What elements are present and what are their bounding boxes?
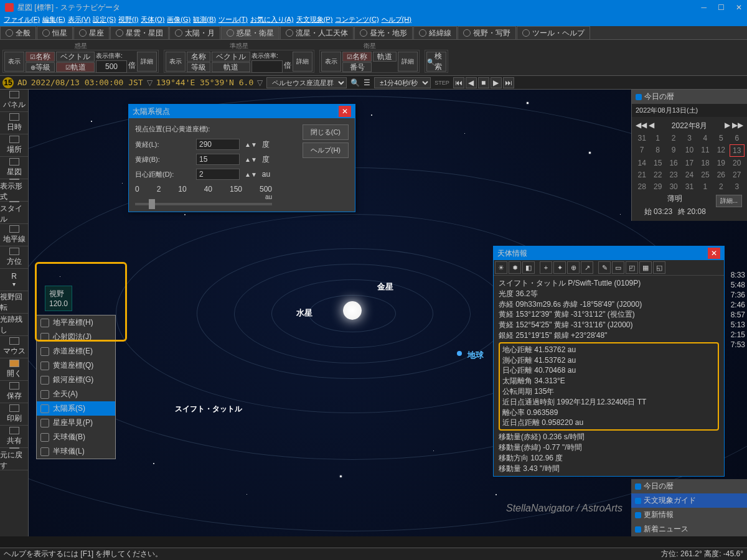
cal-day[interactable]: 23 [666, 169, 681, 180]
menu-contents[interactable]: コンテンツ(C) [335, 15, 378, 26]
cal-day[interactable]: 19 [713, 157, 728, 169]
menu-fov[interactable]: 視野(I) [118, 15, 138, 26]
close-button[interactable]: ✕ [736, 3, 742, 12]
info-tool-9[interactable]: ▭ [612, 261, 624, 274]
maximize-button[interactable]: ☐ [718, 3, 725, 12]
cal-day[interactable]: 1 [698, 181, 713, 192]
menu-hemisphere[interactable]: 半球儀(L) [37, 444, 115, 459]
cal-detail-button[interactable]: 詳細... [716, 195, 742, 207]
list-icon[interactable]: ☰ [364, 78, 370, 87]
sidebar-direction[interactable]: 方位 [0, 246, 28, 269]
menu-image[interactable]: 画像(G) [167, 15, 190, 26]
calendar-grid[interactable]: 3112345678910111213141516171819202122232… [634, 133, 745, 192]
cal-day[interactable]: 5 [713, 133, 728, 144]
info-tool-12[interactable]: ◱ [653, 261, 665, 274]
event-dropdown[interactable]: ペルセウス座流星群 [266, 77, 347, 88]
dwarf-vector-button[interactable]: ベクトル [212, 52, 250, 62]
cal-day[interactable]: 15 [650, 157, 665, 169]
tab-star[interactable]: 恒星 [37, 26, 73, 39]
panel-phenomena[interactable]: 天文現象ガイド [631, 493, 747, 508]
time-next[interactable]: ▶ [491, 77, 502, 88]
time-stop[interactable]: ■ [478, 77, 489, 88]
dwarf-mag-button[interactable]: 等級 [187, 62, 210, 72]
cal-day[interactable]: 29 [650, 181, 665, 192]
viewpoint-help-button[interactable]: ヘルプ(H) [303, 142, 349, 158]
info-close[interactable]: ✕ [708, 248, 720, 259]
menu-galactic[interactable]: 銀河座標(G) [37, 373, 115, 387]
menu-settings[interactable]: 設定(S) [93, 15, 116, 26]
cal-prev[interactable]: ◀◀ ◀ [636, 121, 654, 131]
sat-name-button[interactable]: ☑名称 [342, 52, 372, 62]
time-last[interactable]: ⏭ [503, 77, 514, 88]
info-tool-2[interactable]: ✹ [509, 261, 521, 274]
cal-day[interactable]: 26 [713, 169, 728, 180]
menu-favorite[interactable]: お気に入り(A) [250, 15, 294, 26]
sidebar-save[interactable]: 保存 [0, 381, 28, 403]
cal-day[interactable]: 11 [698, 144, 713, 157]
menu-gnomonic[interactable]: 心射図法(J) [37, 330, 115, 344]
cal-day[interactable]: 31 [634, 133, 649, 144]
info-tool-5[interactable]: ✦ [553, 261, 566, 274]
sidebar-rotation[interactable]: 視野回転 [0, 291, 28, 314]
cal-day[interactable]: 3 [682, 133, 697, 144]
dwarf-display-button[interactable]: 表示 [166, 52, 186, 72]
tab-fov[interactable]: 視野・写野 [458, 26, 516, 39]
speed-dropdown[interactable]: ±1分40秒/秒 [374, 77, 431, 88]
time-datetime[interactable]: 2022/08/13 03:00:00 JST [31, 78, 143, 87]
sidebar-mouse[interactable]: マウス [0, 336, 28, 358]
menu-equatorial[interactable]: 赤道座標(E) [37, 344, 115, 358]
cal-day[interactable]: 21 [634, 169, 649, 180]
dist-slider[interactable] [135, 203, 272, 205]
cal-day[interactable]: 31 [682, 181, 697, 192]
planet-orbit-button[interactable]: ☑軌道 [56, 62, 95, 72]
dist-input[interactable] [196, 169, 240, 180]
cal-next[interactable]: ▶ ▶▶ [725, 121, 743, 131]
menu-observe[interactable]: 観測(B) [193, 15, 216, 26]
time-prev[interactable]: ◀ [466, 77, 477, 88]
tab-planets[interactable]: 惑星・衛星 [221, 26, 280, 39]
sat-display-button[interactable]: 表示 [321, 52, 341, 72]
sidebar-panel[interactable]: パネル [0, 90, 28, 112]
cal-day[interactable]: 27 [730, 169, 745, 180]
menu-allsky[interactable]: 全天(A) [37, 387, 115, 401]
menu-edit[interactable]: 編集(E) [42, 15, 65, 26]
cal-day[interactable]: 24 [682, 169, 697, 180]
panel-ephemeris[interactable]: 今日の暦 [631, 479, 747, 493]
tab-tool[interactable]: ツール・ヘルプ [517, 26, 590, 39]
cal-day[interactable]: 14 [634, 157, 649, 169]
search-button[interactable]: 🔍検索 [426, 52, 446, 72]
sidebar-displaymode[interactable]: 表示形式 [0, 179, 28, 202]
cal-day[interactable]: 4 [698, 133, 713, 144]
planet-name-button[interactable]: ☑名称 [26, 52, 55, 62]
tab-general[interactable]: 全般 [0, 26, 36, 39]
sidebar-share[interactable]: 共有 [0, 426, 28, 448]
time-first[interactable]: ⏮ [453, 77, 464, 88]
menu-horizontal[interactable]: 地平座標(H) [37, 315, 115, 330]
cal-day[interactable]: 2 [666, 133, 681, 144]
info-tool-4[interactable]: + [540, 261, 552, 274]
panel-news[interactable]: 新着ニュース [631, 522, 747, 536]
cal-day[interactable]: 7 [634, 144, 649, 157]
menu-object[interactable]: 天体(O) [141, 15, 164, 26]
minimize-button[interactable]: ─ [701, 3, 707, 12]
cal-day[interactable]: 20 [730, 157, 745, 169]
dwarf-orbit-button[interactable]: 軌道 [212, 62, 250, 72]
info-tool-1[interactable]: ☀ [495, 261, 507, 274]
viewpoint-close-button[interactable]: 閉じる(C) [303, 124, 349, 140]
info-tool-7[interactable]: ↗ [581, 261, 593, 274]
info-tool-8[interactable]: ✎ [598, 261, 611, 274]
tab-nebula[interactable]: 星雲・星団 [110, 26, 169, 39]
sidebar-print[interactable]: 印刷 [0, 403, 28, 426]
menu-phenomena[interactable]: 天文現象(P) [296, 15, 333, 26]
cal-day[interactable]: 28 [634, 181, 649, 192]
cal-day[interactable]: 30 [666, 181, 681, 192]
tab-constellation[interactable]: 星座 [73, 26, 110, 39]
lon-input[interactable] [196, 139, 240, 150]
planet-detail-button[interactable]: 詳細 [137, 52, 157, 72]
tab-grid[interactable]: 経緯線 [413, 26, 457, 39]
menu-planisphere[interactable]: 星座早見(P) [37, 416, 115, 430]
cal-day[interactable]: 18 [698, 157, 713, 169]
planet-mag-button[interactable]: ⊕等級 [26, 62, 55, 72]
cal-day[interactable]: 13 [730, 144, 745, 157]
panel-updates[interactable]: 更新情報 [631, 508, 747, 522]
